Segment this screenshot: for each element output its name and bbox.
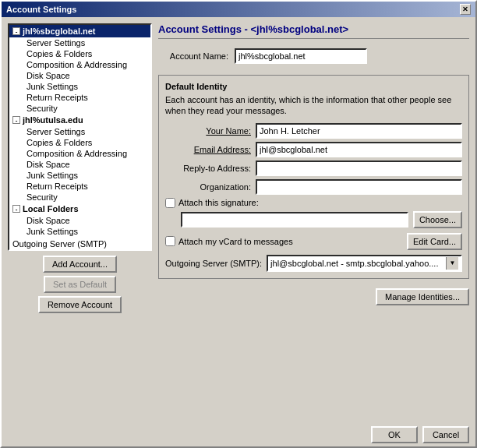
default-identity-title: Default Identity bbox=[165, 82, 462, 91]
sidebar-item-outgoing[interactable]: Outgoing Server (SMTP) bbox=[9, 238, 150, 249]
set-default-button[interactable]: Set as Default bbox=[44, 276, 116, 293]
tree-local-folders[interactable]: - Local Folders bbox=[9, 203, 150, 215]
sidebar-item-disk-space-1[interactable]: Disk Space bbox=[9, 70, 150, 81]
sidebar-item-security-2[interactable]: Security bbox=[9, 192, 150, 203]
account-tree: - jhl%sbcglobal.net Server Settings Copi… bbox=[8, 23, 152, 251]
window-title: Account Settings bbox=[6, 5, 76, 14]
sidebar-item-junk-local[interactable]: Junk Settings bbox=[9, 226, 150, 237]
sig-input[interactable] bbox=[181, 212, 408, 228]
org-label: Organization: bbox=[165, 182, 251, 192]
sidebar-item-disk-space-2[interactable]: Disk Space bbox=[9, 159, 150, 170]
sidebar-item-disk-space-local[interactable]: Disk Space bbox=[9, 215, 150, 226]
tree-account-2[interactable]: - jhl%utulsa.edu bbox=[9, 114, 150, 126]
bottom-action-row: OK Cancel bbox=[2, 420, 475, 446]
sidebar-item-junk-1[interactable]: Junk Settings bbox=[9, 81, 150, 92]
vcard-checkbox[interactable] bbox=[165, 236, 175, 246]
default-identity-desc: Each account has an identity, which is t… bbox=[165, 94, 462, 117]
dropdown-arrow-icon: ▼ bbox=[446, 257, 458, 270]
attach-sig-label: Attach this signature: bbox=[178, 198, 259, 207]
account-name-input[interactable] bbox=[235, 48, 367, 64]
sidebar-item-security-1[interactable]: Security bbox=[9, 103, 150, 114]
cancel-button[interactable]: Cancel bbox=[422, 426, 469, 443]
sidebar-item-server-settings-1[interactable]: Server Settings bbox=[9, 37, 150, 48]
outgoing-label: Outgoing Server (SMTP): bbox=[165, 259, 262, 268]
sidebar-item-copies-folders-1[interactable]: Copies & Folders bbox=[9, 48, 150, 59]
tree-account-1[interactable]: - jhl%sbcglobal.net bbox=[9, 25, 150, 37]
sidebar-item-composition-2[interactable]: Composition & Addressing bbox=[9, 148, 150, 159]
attach-sig-checkbox[interactable] bbox=[165, 198, 175, 208]
collapse-icon-2[interactable]: - bbox=[12, 116, 20, 124]
your-name-input[interactable] bbox=[256, 123, 462, 139]
account-1-label: jhl%sbcglobal.net bbox=[23, 26, 96, 36]
add-account-button[interactable]: Add Account... bbox=[43, 256, 117, 273]
account-name-label: Account Name: bbox=[158, 51, 228, 61]
email-input[interactable] bbox=[256, 142, 462, 157]
sidebar-item-server-settings-2[interactable]: Server Settings bbox=[9, 126, 150, 137]
account-2-label: jhl%utulsa.edu bbox=[23, 115, 83, 125]
edit-card-button[interactable]: Edit Card... bbox=[407, 233, 462, 250]
sidebar-item-composition-1[interactable]: Composition & Addressing bbox=[9, 59, 150, 70]
panel-title: Account Settings - <jhl%sbcglobal.net> bbox=[158, 23, 469, 39]
remove-account-button[interactable]: Remove Account bbox=[38, 296, 122, 313]
your-name-label: Your Name: bbox=[165, 126, 251, 136]
close-button[interactable]: ✕ bbox=[460, 4, 471, 15]
ok-button[interactable]: OK bbox=[371, 426, 418, 443]
sidebar-item-junk-2[interactable]: Junk Settings bbox=[9, 170, 150, 181]
manage-identities-button[interactable]: Manage Identities... bbox=[376, 288, 469, 305]
reply-label: Reply-to Address: bbox=[165, 164, 251, 173]
sidebar-item-return-2[interactable]: Return Receipts bbox=[9, 181, 150, 192]
sidebar-item-copies-folders-2[interactable]: Copies & Folders bbox=[9, 137, 150, 148]
local-folders-label: Local Folders bbox=[23, 204, 79, 213]
right-panel: Account Settings - <jhl%sbcglobal.net> A… bbox=[158, 23, 469, 420]
outgoing-server-value: jhl@sbcglobal.net - smtp.sbcglobal.yahoo… bbox=[270, 259, 446, 268]
reply-input[interactable] bbox=[256, 161, 462, 176]
org-input[interactable] bbox=[256, 179, 462, 195]
vcard-label: Attach my vCard to messages bbox=[178, 237, 404, 246]
collapse-icon-3[interactable]: - bbox=[12, 205, 20, 213]
outgoing-server-select[interactable]: jhl@sbcglobal.net - smtp.sbcglobal.yahoo… bbox=[267, 255, 462, 272]
default-identity-box: Default Identity Each account has an ide… bbox=[158, 75, 469, 279]
collapse-icon-1[interactable]: - bbox=[12, 27, 20, 35]
choose-button[interactable]: Choose... bbox=[413, 211, 462, 228]
sidebar-item-return-1[interactable]: Return Receipts bbox=[9, 92, 150, 103]
title-bar: Account Settings ✕ bbox=[2, 2, 475, 17]
email-label: Email Address: bbox=[165, 145, 251, 154]
